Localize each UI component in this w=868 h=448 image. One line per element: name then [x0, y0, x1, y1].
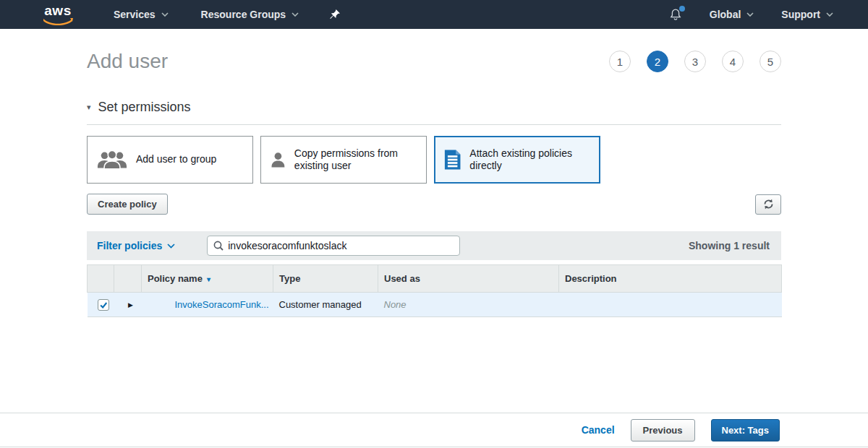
header-checkbox-column: [88, 265, 114, 293]
row-policy-name-cell: InvokeSoracomFunk...: [142, 293, 273, 317]
step-1[interactable]: 1: [609, 51, 631, 72]
user-icon: [271, 149, 286, 171]
nav-region-global[interactable]: Global: [710, 9, 754, 20]
group-icon: [97, 149, 127, 171]
used-as-value: None: [384, 299, 407, 310]
card-label: Attach existing policies directly: [469, 147, 599, 173]
header-type[interactable]: Type: [273, 265, 378, 293]
top-nav-bar: aws Services Resource Groups Global Supp…: [0, 0, 868, 29]
chevron-down-icon: [826, 12, 833, 17]
results-count: Showing 1 result: [689, 240, 770, 251]
card-attach-existing-policies[interactable]: Attach existing policies directly: [434, 136, 600, 184]
page-title: Add user: [87, 50, 168, 73]
aws-logo[interactable]: aws: [42, 4, 74, 25]
step-3[interactable]: 3: [684, 51, 706, 72]
nav-global-label: Global: [710, 9, 741, 20]
set-permissions-label: Set permissions: [98, 100, 191, 115]
aws-logo-text: aws: [42, 4, 74, 18]
search-icon: [213, 241, 224, 251]
policy-name-link[interactable]: InvokeSoracomFunk...: [148, 299, 269, 310]
table-header-row: Policy name▾ Type Used as Description: [88, 265, 782, 293]
nav-support-label: Support: [781, 9, 820, 20]
nav-support[interactable]: Support: [781, 9, 833, 20]
policies-table: Policy name▾ Type Used as Description ▶ …: [87, 264, 782, 317]
cancel-button[interactable]: Cancel: [582, 424, 615, 436]
row-checkbox[interactable]: [98, 299, 109, 311]
row-checkbox-cell: [88, 293, 114, 317]
create-policy-button[interactable]: Create policy: [87, 194, 168, 215]
notifications-bell-icon[interactable]: [669, 8, 682, 21]
main-content: Add user 1 2 3 4 5 ▾ Set permissions Add…: [87, 45, 781, 317]
chevron-down-icon: [167, 244, 175, 249]
refresh-button[interactable]: [755, 194, 781, 215]
step-2-active[interactable]: 2: [647, 51, 668, 72]
row-expand-cell: ▶: [114, 293, 142, 317]
filter-policies-label: Filter policies: [97, 240, 162, 251]
check-icon: [99, 301, 108, 309]
chevron-down-icon: [161, 12, 169, 17]
filter-bar: Filter policies Showing 1 result: [87, 231, 781, 260]
card-copy-permissions[interactable]: Copy permissions from existing user: [260, 136, 427, 184]
nav-services-label: Services: [114, 9, 156, 20]
permission-option-cards: Add user to group Copy permissions from …: [87, 136, 781, 184]
sort-descending-icon: ▾: [207, 275, 210, 283]
table-row: ▶ InvokeSoracomFunk... Customer managed …: [88, 293, 782, 317]
document-icon: [444, 148, 461, 171]
refresh-icon: [763, 199, 774, 210]
row-used-as-cell: None: [378, 293, 559, 317]
expand-row-icon[interactable]: ▶: [120, 301, 142, 309]
card-add-user-to-group[interactable]: Add user to group: [87, 136, 253, 184]
wizard-footer: Cancel Previous Next: Tags: [0, 413, 868, 447]
notification-dot: [679, 6, 685, 12]
policy-search-input[interactable]: [228, 240, 454, 251]
previous-button[interactable]: Previous: [631, 419, 695, 441]
next-tags-button[interactable]: Next: Tags: [711, 419, 780, 441]
title-row: Add user 1 2 3 4 5: [87, 45, 781, 78]
header-expand-column: [114, 265, 142, 293]
row-type-cell: Customer managed: [273, 293, 378, 317]
pushpin-icon[interactable]: [329, 9, 341, 20]
policy-toolbar: Create policy: [87, 194, 781, 215]
chevron-down-icon: [746, 12, 754, 17]
set-permissions-heading[interactable]: ▾ Set permissions: [87, 100, 781, 125]
nav-right-group: Global Support: [669, 8, 833, 21]
header-description[interactable]: Description: [559, 265, 782, 293]
card-label: Add user to group: [136, 153, 222, 166]
wizard-steps: 1 2 3 4 5: [609, 51, 781, 72]
step-5[interactable]: 5: [760, 51, 781, 72]
filter-policies-dropdown[interactable]: Filter policies: [97, 240, 175, 251]
nav-resource-groups[interactable]: Resource Groups: [201, 9, 299, 20]
chevron-down-icon: [292, 12, 299, 17]
step-4[interactable]: 4: [722, 51, 744, 72]
nav-resource-groups-label: Resource Groups: [201, 9, 286, 20]
header-used-as[interactable]: Used as: [378, 265, 559, 293]
policy-search-box: [207, 236, 460, 256]
nav-services[interactable]: Services: [114, 9, 169, 20]
collapse-caret-icon: ▾: [87, 103, 91, 112]
card-label: Copy permissions from existing user: [294, 147, 426, 173]
policy-name-header-label: Policy name: [148, 273, 203, 284]
aws-smile-icon: [43, 17, 73, 26]
row-description-cell: [559, 293, 782, 317]
header-policy-name[interactable]: Policy name▾: [142, 265, 273, 293]
